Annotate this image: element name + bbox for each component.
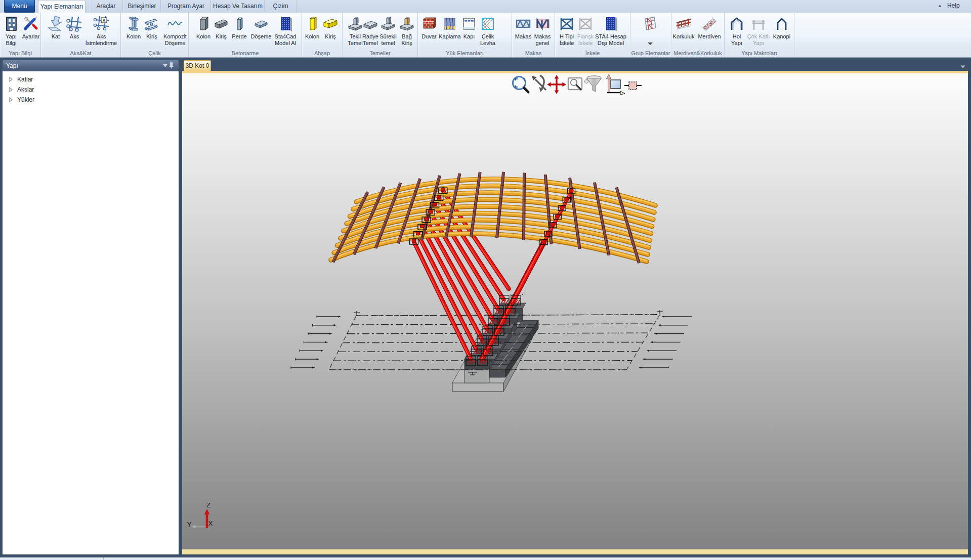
svg-text:Y: Y: [187, 521, 192, 528]
svg-text:X: X: [208, 520, 213, 527]
svg-text:A: A: [102, 18, 106, 23]
svg-text:Z: Z: [206, 501, 210, 509]
